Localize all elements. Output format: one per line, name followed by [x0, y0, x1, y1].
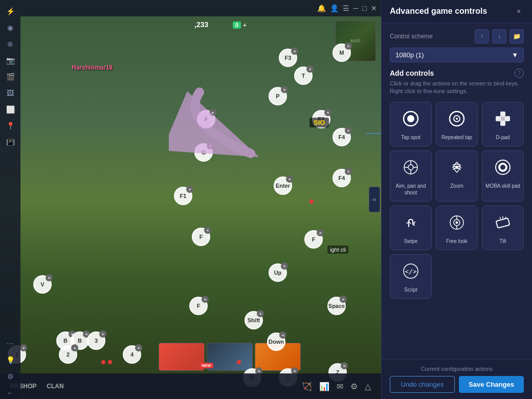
sidebar-icon-bulb[interactable]: 💡	[4, 354, 16, 366]
scheme-upload-button[interactable]: ↑	[475, 29, 489, 43]
key-t[interactable]: T×	[294, 66, 313, 85]
key-down[interactable]: Down×	[267, 332, 285, 351]
bottom-icon-4[interactable]: ⚙	[350, 382, 358, 391]
sidebar-icon-back[interactable]: ←	[4, 387, 16, 399]
bottom-icon-5[interactable]: △	[365, 382, 371, 391]
key-f4-top-close[interactable]: ×	[345, 127, 352, 134]
key-enter-close[interactable]: ×	[286, 175, 293, 183]
scheme-dropdown[interactable]: 1080p (1) ▼	[390, 48, 524, 62]
game-controls-overlay: F3×M×T×P×F×F2×G×F4×F1×Enter×F4×F×F×V×Up×…	[0, 0, 381, 399]
scheme-selector-row: 1080p (1) ▼	[390, 48, 524, 62]
key-f1[interactable]: F1×	[174, 187, 192, 205]
bottom-icon-3[interactable]: ✉	[337, 382, 343, 391]
sidebar-icon-2[interactable]: ◉	[4, 21, 16, 34]
sidebar-icon-1[interactable]: ⚡	[4, 5, 16, 17]
sidebar-icon-dots[interactable]: ⋯	[4, 338, 16, 350]
top-bar-profile[interactable]: 👤	[330, 4, 339, 12]
sidebar-icon-7[interactable]: ⬜	[4, 103, 16, 116]
key-shift[interactable]: Shift×	[245, 311, 263, 329]
key-f2-close[interactable]: ×	[324, 109, 331, 116]
control-aim-pan-shoot[interactable]: Aim, pan and shoot	[390, 150, 432, 202]
key-up[interactable]: Up×	[269, 263, 287, 282]
bottom-icon-2[interactable]: 📊	[319, 382, 329, 391]
key-enter[interactable]: Enter×	[274, 176, 292, 195]
key-m[interactable]: M×	[332, 43, 351, 62]
key-f-top[interactable]: F×	[197, 110, 215, 128]
add-controls-help-button[interactable]: ?	[515, 69, 524, 78]
key-p-close[interactable]: ×	[281, 86, 288, 93]
key-4[interactable]: 4×	[123, 345, 141, 364]
add-controls-description: Click or drag the actions on the screen …	[390, 80, 524, 96]
swipe-icon	[400, 211, 422, 234]
sidebar-icon-gear[interactable]: ⚙	[4, 370, 16, 383]
key-f-bottom-close[interactable]: ×	[202, 296, 209, 303]
key-m-close[interactable]: ×	[345, 42, 352, 50]
key-f-left-close[interactable]: ×	[204, 227, 211, 234]
key-f4-mid[interactable]: F4×	[332, 169, 351, 187]
sidebar-icon-4[interactable]: 📷	[4, 54, 16, 66]
key-space[interactable]: Space×	[327, 297, 346, 315]
control-tilt[interactable]: Tilt	[482, 206, 524, 250]
key-f-right-close[interactable]: ×	[317, 229, 324, 236]
svg-point-17	[455, 166, 458, 169]
key-g[interactable]: G×	[194, 143, 213, 162]
tilt-label: Tilt	[500, 238, 506, 245]
key-up-close[interactable]: ×	[281, 262, 288, 270]
top-bar-bell[interactable]: 🔔	[317, 4, 326, 12]
sidebar-icon-5[interactable]: 🎬	[4, 71, 16, 83]
add-controls-section: Add controls ? Click or drag the actions…	[390, 69, 524, 299]
dpad-icon	[492, 107, 514, 130]
top-bar-minimize[interactable]: ─	[353, 4, 359, 12]
save-changes-button[interactable]: Save Changes	[459, 376, 524, 393]
key-f-left[interactable]: F×	[192, 228, 210, 246]
sidebar-icon-9[interactable]: 📳	[4, 136, 16, 148]
sidebar-icon-6[interactable]: 🖼	[4, 87, 16, 99]
key-4-close[interactable]: ×	[135, 344, 142, 351]
key-f4-top[interactable]: F4×	[332, 128, 351, 146]
key-g-close[interactable]: ×	[207, 142, 214, 149]
control-tap-spot[interactable]: Tap spot	[390, 102, 432, 146]
key-v[interactable]: V×	[33, 275, 52, 294]
scheme-download-button[interactable]: ↓	[492, 29, 506, 43]
key-shift-close[interactable]: ×	[257, 310, 264, 317]
svg-rect-26	[496, 218, 510, 228]
key-f1-close[interactable]: ×	[186, 186, 193, 193]
key-3[interactable]: 3×	[87, 331, 105, 350]
key-2[interactable]: 2×	[59, 345, 77, 364]
key-3-close[interactable]: ×	[99, 330, 106, 338]
key-space-close[interactable]: ×	[340, 296, 347, 303]
key-p[interactable]: P×	[269, 87, 287, 105]
bottom-icon-1[interactable]: 🏹	[302, 382, 312, 391]
key-2-close[interactable]: ×	[71, 344, 78, 351]
control-zoom[interactable]: Zoom	[436, 150, 478, 202]
control-free-look[interactable]: Free look	[436, 206, 478, 250]
sidebar-icon-8[interactable]: 📍	[4, 120, 16, 132]
top-bar-close[interactable]: ✕	[371, 4, 377, 12]
key-f-right[interactable]: F×	[304, 230, 323, 249]
key-t-close[interactable]: ×	[306, 65, 314, 73]
key-f-top-close[interactable]: ×	[209, 109, 216, 116]
key-f4-mid-close[interactable]: ×	[345, 168, 352, 175]
scheme-folder-button[interactable]: 📁	[509, 29, 524, 43]
key-v-close[interactable]: ×	[46, 274, 53, 281]
undo-changes-button[interactable]: Undo changes	[390, 376, 455, 393]
key-z-close[interactable]: ×	[341, 362, 348, 369]
top-bar-maximize[interactable]: □	[363, 4, 367, 12]
key-f3[interactable]: F3×	[279, 49, 297, 67]
control-repeated-tap[interactable]: Repeated tap	[436, 102, 478, 146]
control-dpad[interactable]: D-pad	[482, 102, 524, 146]
app-container: ⚡ ◉ ⊕ 📷 🎬 🖼 ⬜ 📍 📳 ⋯ 💡 ⚙ ← 🔔 👤 ☰ ─ □ ✕	[0, 0, 532, 399]
control-script[interactable]: </> Script	[390, 254, 432, 299]
key-f3-close[interactable]: ×	[291, 48, 298, 55]
key-down-close[interactable]: ×	[279, 331, 286, 339]
panel-close-button[interactable]: ×	[514, 6, 524, 16]
sidebar-icon-3[interactable]: ⊕	[4, 38, 16, 50]
control-moba-skill-pad[interactable]: MOBA skill pad	[482, 150, 524, 202]
collapse-panel-button[interactable]: ‹‹	[369, 187, 380, 212]
key-1-close[interactable]: ×	[20, 344, 27, 351]
control-swipe[interactable]: Swipe	[390, 206, 432, 250]
key-f-bottom[interactable]: F×	[189, 297, 208, 315]
tilt-icon	[492, 211, 514, 234]
top-bar-menu[interactable]: ☰	[343, 4, 349, 12]
svg-line-29	[500, 217, 501, 219]
